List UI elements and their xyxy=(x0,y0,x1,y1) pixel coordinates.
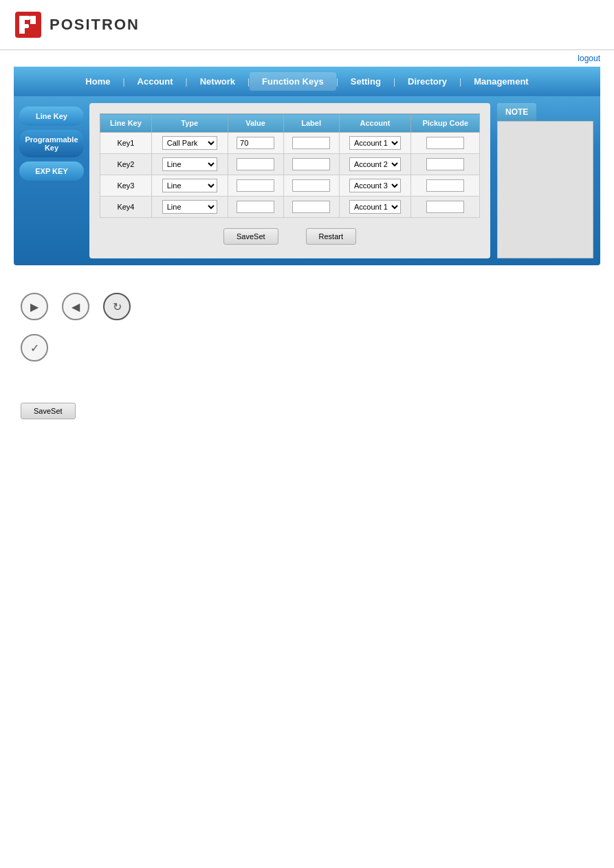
table-row: Key2 Line Call Park Speed Dial BLF xyxy=(100,154,480,175)
nav-setting[interactable]: Setting xyxy=(338,72,393,91)
row2-label-input[interactable] xyxy=(292,158,330,170)
row1-pickup[interactable] xyxy=(411,133,480,154)
row4-pickup-input[interactable] xyxy=(426,201,464,213)
row3-type-select[interactable]: Line Call Park Speed Dial BLF xyxy=(162,179,217,192)
sidebar: Line Key Programmable Key EXP KEY xyxy=(14,96,89,265)
row4-value[interactable] xyxy=(228,197,283,218)
row3-value-input[interactable] xyxy=(237,179,274,192)
row3-pickup[interactable] xyxy=(411,175,480,197)
row2-pickup[interactable] xyxy=(411,154,480,175)
row3-type[interactable]: Line Call Park Speed Dial BLF xyxy=(151,175,228,197)
row2-value-input[interactable] xyxy=(237,158,274,170)
row1-account[interactable]: Account 1 Account 2 Account 3 Account 4 xyxy=(339,133,411,154)
check-icon[interactable]: ✓ xyxy=(21,334,48,361)
row3-pickup-input[interactable] xyxy=(426,179,464,192)
row1-account-select[interactable]: Account 1 Account 2 Account 3 Account 4 xyxy=(349,136,401,150)
main-container: Home | Account | Network | Function Keys… xyxy=(14,67,600,265)
row2-value[interactable] xyxy=(228,154,283,175)
action-buttons: SaveSet Restart xyxy=(100,228,480,245)
prev-icon[interactable]: ◀ xyxy=(62,293,89,320)
nav-network[interactable]: Network xyxy=(188,72,248,91)
row3-value[interactable] xyxy=(228,175,283,197)
row2-pickup-input[interactable] xyxy=(426,158,464,170)
brand-name: POSITRON xyxy=(50,16,140,34)
nav-management[interactable]: Management xyxy=(461,72,540,91)
row1-label-input[interactable] xyxy=(292,137,330,149)
logo-icon xyxy=(14,10,43,39)
nav-account[interactable]: Account xyxy=(125,72,186,91)
sidebar-exp-key[interactable]: EXP KEY xyxy=(19,162,84,181)
content-area: Line Key Programmable Key EXP KEY Line K… xyxy=(14,96,600,265)
row4-account-select[interactable]: Account 1 Account 2 Account 3 Account 4 xyxy=(349,200,401,214)
row4-key: Key4 xyxy=(100,197,152,218)
main-panel: Line Key Type Value Label Account Pickup… xyxy=(89,103,490,258)
row1-value-input[interactable] xyxy=(237,137,274,149)
bottom-area: ▶ ◀ ↻ ✓ xyxy=(0,279,614,389)
sidebar-programmable-key[interactable]: Programmable Key xyxy=(19,130,84,157)
row2-key: Key2 xyxy=(100,154,152,175)
sidebar-line-key[interactable]: Line Key xyxy=(19,107,84,126)
col-line-key: Line Key xyxy=(100,114,152,133)
row2-account-select[interactable]: Account 1 Account 2 Account 3 Account 4 xyxy=(349,157,401,171)
row3-account-select[interactable]: Account 1 Account 2 Account 3 Account 4 xyxy=(349,179,401,192)
keys-table: Line Key Type Value Label Account Pickup… xyxy=(100,113,480,218)
row3-account[interactable]: Account 1 Account 2 Account 3 Account 4 xyxy=(339,175,411,197)
table-row: Key1 Call Park Line Speed Dial BLF xyxy=(100,133,480,154)
logout-link[interactable]: logout xyxy=(578,54,600,63)
row2-label[interactable] xyxy=(283,154,339,175)
row1-type-select[interactable]: Call Park Line Speed Dial BLF xyxy=(162,136,217,150)
svg-rect-4 xyxy=(30,16,36,24)
bottom-saveset-area: SaveSet xyxy=(0,389,614,433)
col-value: Value xyxy=(228,114,283,133)
logo: POSITRON xyxy=(14,10,140,39)
bottom-saveset-button[interactable]: SaveSet xyxy=(21,403,76,419)
nav-function-keys[interactable]: Function Keys xyxy=(250,72,336,91)
row1-key: Key1 xyxy=(100,133,152,154)
row1-type[interactable]: Call Park Line Speed Dial BLF xyxy=(151,133,228,154)
restart-button[interactable]: Restart xyxy=(306,228,356,245)
row4-account[interactable]: Account 1 Account 2 Account 3 Account 4 xyxy=(339,197,411,218)
nav-bar: Home | Account | Network | Function Keys… xyxy=(14,67,600,96)
top-bar: logout xyxy=(0,50,614,67)
row1-pickup-input[interactable] xyxy=(426,137,464,149)
row2-account[interactable]: Account 1 Account 2 Account 3 Account 4 xyxy=(339,154,411,175)
table-row: Key3 Line Call Park Speed Dial BLF xyxy=(100,175,480,197)
row3-key: Key3 xyxy=(100,175,152,197)
nav-home[interactable]: Home xyxy=(73,72,122,91)
next-icon[interactable]: ▶ xyxy=(21,293,48,320)
row3-label-input[interactable] xyxy=(292,179,330,192)
row4-type[interactable]: Line Call Park Speed Dial BLF xyxy=(151,197,228,218)
row4-type-select[interactable]: Line Call Park Speed Dial BLF xyxy=(162,200,217,214)
row1-value[interactable] xyxy=(228,133,283,154)
nav-directory[interactable]: Directory xyxy=(395,72,459,91)
col-type: Type xyxy=(151,114,228,133)
icon-row-1: ▶ ◀ ↻ xyxy=(21,293,593,320)
note-header: NOTE xyxy=(497,103,536,121)
note-panel: NOTE xyxy=(497,103,593,258)
nav-items: Home | Account | Network | Function Keys… xyxy=(73,67,540,96)
row4-label-input[interactable] xyxy=(292,201,330,213)
note-body xyxy=(497,121,593,258)
row4-pickup[interactable] xyxy=(411,197,480,218)
row2-type[interactable]: Line Call Park Speed Dial BLF xyxy=(151,154,228,175)
header: POSITRON xyxy=(0,0,614,50)
col-label: Label xyxy=(283,114,339,133)
col-pickup-code: Pickup Code xyxy=(411,114,480,133)
svg-rect-2 xyxy=(19,16,30,20)
svg-rect-3 xyxy=(19,24,29,28)
row3-label[interactable] xyxy=(283,175,339,197)
table-row: Key4 Line Call Park Speed Dial BLF xyxy=(100,197,480,218)
row2-type-select[interactable]: Line Call Park Speed Dial BLF xyxy=(162,157,217,171)
saveset-button[interactable]: SaveSet xyxy=(223,228,278,245)
refresh-icon[interactable]: ↻ xyxy=(103,293,131,320)
icon-row-2: ✓ xyxy=(21,334,593,361)
col-account: Account xyxy=(339,114,411,133)
row4-label[interactable] xyxy=(283,197,339,218)
row4-value-input[interactable] xyxy=(237,201,274,213)
row1-label[interactable] xyxy=(283,133,339,154)
